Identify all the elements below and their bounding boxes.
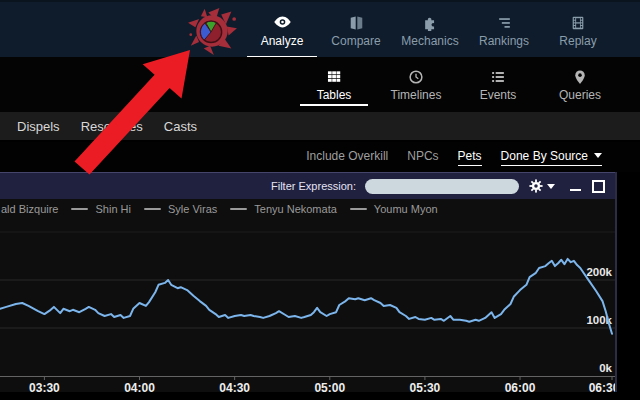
- tab-casts[interactable]: Casts: [164, 119, 197, 134]
- tab-queries[interactable]: Queries: [546, 57, 614, 112]
- sub-nav-items: Tables Timelines Events: [300, 57, 614, 112]
- tab-rankings-label: Rankings: [479, 35, 529, 47]
- filter-expression-label: Filter Expression:: [271, 180, 356, 192]
- sub-nav-bar: Tables Timelines Events: [0, 57, 640, 112]
- tab-compare-label: Compare: [331, 35, 380, 47]
- top-nav-items: Analyze Compare Mechanics: [245, 2, 615, 59]
- eye-icon: [273, 15, 292, 31]
- tab-analyze-label: Analyze: [261, 35, 304, 47]
- svg-text:05:30: 05:30: [410, 381, 441, 392]
- fflogs-report-page: Analyze Compare Mechanics: [0, 0, 640, 400]
- tab-mechanics[interactable]: Mechanics: [393, 2, 467, 59]
- rankings-icon: [496, 15, 513, 31]
- svg-text:06:00: 06:00: [505, 381, 536, 392]
- chevron-down-icon: [547, 184, 555, 189]
- tab-replay[interactable]: Replay: [541, 2, 615, 59]
- toggle-npcs[interactable]: NPCs: [407, 149, 438, 166]
- damage-chart-panel: Filter Expression:: [0, 172, 617, 392]
- toggle-include-overkill[interactable]: Include Overkill: [306, 149, 388, 166]
- filter-expression-input[interactable]: [365, 179, 519, 194]
- done-by-source-dropdown[interactable]: Done By Source: [501, 149, 602, 166]
- gear-icon: [528, 178, 544, 194]
- minimize-chart-button[interactable]: [570, 189, 581, 191]
- chevron-down-icon: [594, 153, 602, 158]
- tab-events-label: Events: [480, 89, 517, 101]
- tab-dispels[interactable]: Dispels: [17, 119, 60, 134]
- tab-rankings[interactable]: Rankings: [467, 2, 541, 59]
- toggle-pets[interactable]: Pets: [458, 149, 482, 166]
- damage-line-chart[interactable]: 0k100k200k03:3004:0004:3005:0005:3006:00…: [0, 199, 615, 392]
- filter-bar: Filter Expression:: [0, 172, 615, 199]
- chart-settings-menu[interactable]: [528, 178, 555, 194]
- fflogs-logo-icon[interactable]: [186, 7, 238, 55]
- tab-replay-label: Replay: [559, 35, 596, 47]
- tab-analyze[interactable]: Analyze: [245, 2, 319, 59]
- chart-options-bar: Include Overkill NPCs Pets Done By Sourc…: [0, 142, 640, 172]
- svg-text:06:30: 06:30: [589, 381, 615, 392]
- tab-tables-label: Tables: [317, 89, 352, 101]
- grid-icon: [326, 69, 342, 85]
- puzzle-icon: [422, 15, 439, 31]
- maximize-chart-button[interactable]: [592, 180, 605, 193]
- top-nav-bar: Analyze Compare Mechanics: [0, 0, 640, 57]
- tab-tables[interactable]: Tables: [300, 57, 368, 112]
- tab-timelines-label: Timelines: [391, 89, 442, 101]
- active-subtab-underline: [300, 104, 368, 106]
- tab-queries-label: Queries: [559, 89, 601, 101]
- clock-icon: [408, 69, 424, 85]
- tab-resources[interactable]: Resources: [81, 119, 143, 134]
- svg-text:04:00: 04:00: [124, 381, 155, 392]
- done-by-source-label: Done By Source: [501, 149, 588, 163]
- pin-icon: [572, 69, 588, 85]
- svg-text:03:30: 03:30: [29, 381, 60, 392]
- svg-text:05:00: 05:00: [314, 381, 345, 392]
- svg-text:04:30: 04:30: [219, 381, 250, 392]
- tab-mechanics-label: Mechanics: [401, 35, 458, 47]
- table-type-tabs: Dispels Resources Casts: [0, 112, 640, 142]
- tab-events[interactable]: Events: [464, 57, 532, 112]
- tab-timelines[interactable]: Timelines: [382, 57, 450, 112]
- compare-icon: [348, 15, 365, 31]
- tab-compare[interactable]: Compare: [319, 2, 393, 59]
- list-icon: [490, 69, 506, 85]
- svg-text:200k: 200k: [586, 266, 612, 278]
- svg-text:0k: 0k: [599, 362, 612, 374]
- film-icon: [570, 15, 586, 31]
